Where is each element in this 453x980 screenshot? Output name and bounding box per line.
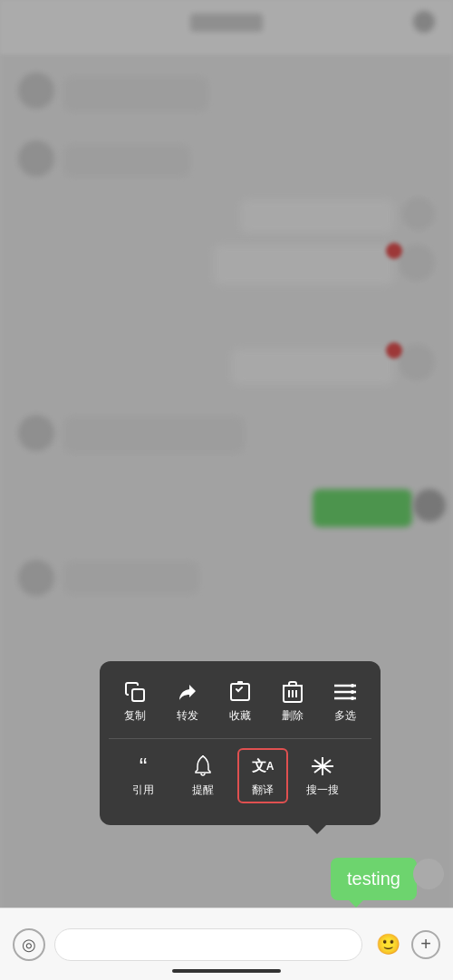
voice-icon: ◎: [22, 935, 36, 955]
search-label: 搜一搜: [306, 783, 339, 798]
remind-label: 提醒: [192, 783, 214, 798]
forward-icon: [175, 679, 200, 705]
svg-point-12: [351, 690, 354, 694]
dim-overlay: [0, 0, 453, 980]
voice-button[interactable]: ◎: [13, 928, 45, 961]
delete-icon: [280, 679, 305, 705]
user-avatar: [413, 859, 444, 889]
menu-row-1: 复制 转发 收藏: [109, 674, 371, 729]
quote-label: 引用: [132, 783, 154, 798]
translate-icon: 文A: [250, 754, 275, 779]
svg-rect-0: [132, 689, 144, 701]
message-input[interactable]: [54, 928, 362, 961]
multiselect-icon: [333, 679, 358, 705]
emoji-icon: 🙂: [376, 933, 400, 956]
menu-item-search[interactable]: 搜一搜: [297, 748, 348, 803]
svg-point-11: [351, 684, 354, 687]
menu-item-remind[interactable]: 提醒: [178, 748, 228, 803]
delete-label: 删除: [282, 708, 304, 724]
add-icon: +: [420, 934, 431, 955]
menu-item-copy[interactable]: 复制: [110, 674, 160, 729]
menu-item-multiselect[interactable]: 多选: [320, 674, 371, 729]
menu-item-forward[interactable]: 转发: [162, 674, 213, 729]
multiselect-label: 多选: [334, 708, 356, 724]
copy-icon: [122, 679, 148, 705]
forward-label: 转发: [177, 708, 198, 724]
menu-arrow: [308, 825, 326, 834]
menu-divider: [109, 738, 371, 739]
svg-point-13: [351, 697, 354, 700]
svg-rect-1: [231, 684, 249, 700]
favorite-label: 收藏: [229, 708, 251, 724]
chat-bubble: testing: [331, 858, 417, 900]
menu-item-translate[interactable]: 文A 翻译: [237, 748, 288, 803]
quote-icon: “: [130, 754, 156, 779]
search-icon: [310, 754, 335, 779]
emoji-button[interactable]: 🙂: [371, 928, 404, 961]
menu-item-quote[interactable]: “ 引用: [118, 748, 169, 803]
translate-label: 翻译: [252, 783, 274, 798]
copy-label: 复制: [124, 708, 146, 724]
menu-item-delete[interactable]: 删除: [267, 674, 318, 729]
home-indicator: [172, 969, 281, 973]
bubble-text: testing: [347, 869, 400, 889]
remind-icon: [190, 754, 216, 779]
favorite-icon: [227, 679, 253, 705]
add-button[interactable]: +: [411, 930, 440, 959]
svg-rect-2: [237, 681, 243, 685]
menu-item-favorite[interactable]: 收藏: [215, 674, 265, 729]
context-menu: 复制 转发 收藏: [100, 661, 381, 825]
menu-row-2: “ 引用 提醒 文A 翻译: [109, 748, 371, 803]
